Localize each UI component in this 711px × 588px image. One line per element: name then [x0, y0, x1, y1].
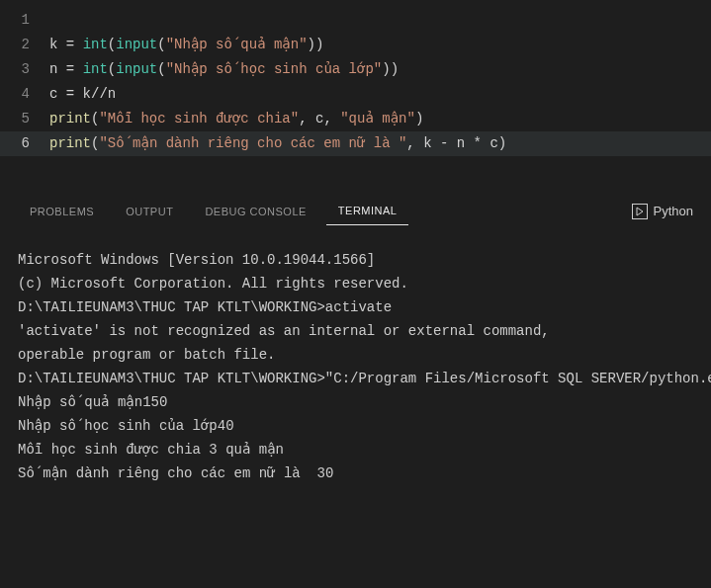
terminal-line: Mỗi học sinh được chia 3 quả mận: [18, 438, 693, 462]
tab-problems[interactable]: PROBLEMS: [18, 198, 106, 225]
code-line[interactable]: 1: [0, 8, 711, 33]
run-selector[interactable]: Python: [632, 204, 693, 219]
terminal-line: 'activate' is not recognized as an inter…: [18, 319, 693, 343]
line-number: 6: [0, 131, 49, 156]
code-content[interactable]: print("Số mận dành riêng cho các em nữ l…: [49, 131, 506, 156]
terminal-line: D:\TAILIEUNAM3\THUC TAP KTLT\WORKING>"C:…: [18, 367, 693, 390]
tab-output[interactable]: OUTPUT: [114, 198, 185, 225]
line-number: 1: [0, 8, 49, 33]
code-line[interactable]: 5print("Mỗi học sinh được chia", c, "quả…: [0, 107, 711, 131]
play-icon: [632, 204, 648, 219]
code-line[interactable]: 4c = k//n: [0, 82, 711, 107]
terminal-line: Microsoft Windows [Version 10.0.19044.15…: [18, 248, 693, 272]
code-content[interactable]: print("Mỗi học sinh được chia", c, "quả …: [49, 107, 423, 131]
code-line[interactable]: 6print("Số mận dành riêng cho các em nữ …: [0, 131, 711, 156]
terminal-line: operable program or batch file.: [18, 343, 693, 367]
terminal-line: (c) Microsoft Corporation. All rights re…: [18, 272, 693, 295]
panel-tabs: PROBLEMS OUTPUT DEBUG CONSOLE TERMINAL P…: [0, 194, 711, 228]
terminal-line: Nhập số quả mận150: [18, 390, 693, 414]
code-editor[interactable]: 12k = int(input("Nhập số quả mận"))3n = …: [0, 0, 711, 164]
line-number: 5: [0, 107, 49, 131]
line-number: 3: [0, 57, 49, 82]
terminal-line: D:\TAILIEUNAM3\THUC TAP KTLT\WORKING>act…: [18, 295, 693, 319]
line-number: 4: [0, 82, 49, 107]
run-label: Python: [654, 204, 693, 218]
terminal-line: Số mận dành riêng cho các em nữ là 30: [18, 462, 693, 485]
code-line[interactable]: 2k = int(input("Nhập số quả mận")): [0, 33, 711, 57]
code-content[interactable]: c = k//n: [49, 82, 116, 107]
line-number: 2: [0, 33, 49, 57]
code-content[interactable]: k = int(input("Nhập số quả mận")): [49, 33, 323, 57]
terminal-line: Nhập số học sinh của lớp40: [18, 414, 693, 438]
code-content[interactable]: n = int(input("Nhập số học sinh của lớp"…: [49, 57, 399, 82]
tab-terminal[interactable]: TERMINAL: [326, 197, 409, 225]
code-line[interactable]: 3n = int(input("Nhập số học sinh của lớp…: [0, 57, 711, 82]
terminal-panel[interactable]: Microsoft Windows [Version 10.0.19044.15…: [0, 228, 711, 505]
tab-debug-console[interactable]: DEBUG CONSOLE: [193, 198, 317, 225]
